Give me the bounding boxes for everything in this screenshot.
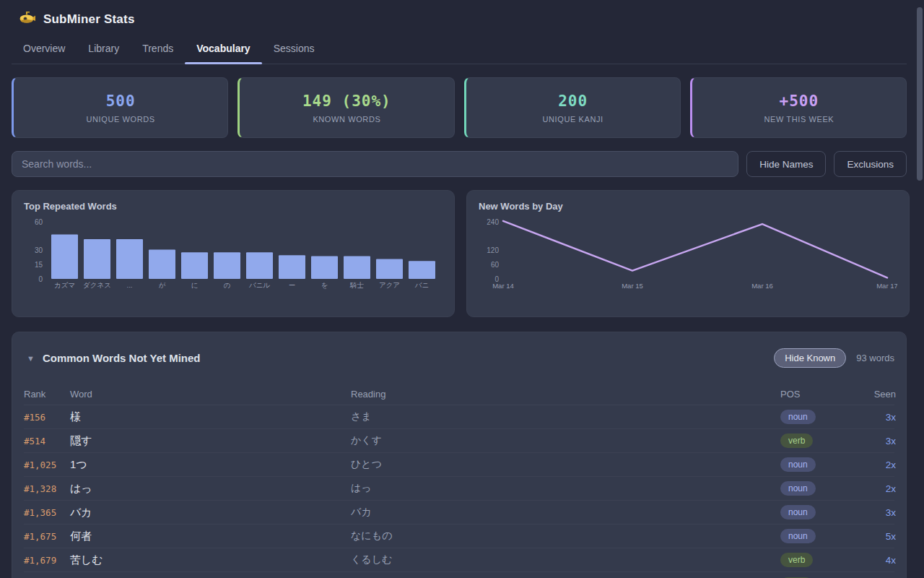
tab-overview[interactable]: Overview <box>12 35 77 64</box>
pos-cell: verb <box>780 553 850 567</box>
col-header-pos: POS <box>780 389 850 400</box>
word-cell: バカ <box>70 506 351 519</box>
svg-text:Mar 15: Mar 15 <box>622 282 643 290</box>
common-words-card: ▼ Common Words Not Yet Mined Hide Known … <box>12 332 907 578</box>
seen-cell: 2x <box>850 460 896 470</box>
stats-row: 500 UNIQUE WORDS 149 (30%) KNOWN WORDS 2… <box>12 77 907 138</box>
pos-badge: noun <box>780 481 816 496</box>
seen-cell: 3x <box>850 412 896 423</box>
tab-bar: Overview Library Trends Vocabulary Sessi… <box>12 35 907 64</box>
scrollbar-thumb[interactable] <box>917 7 923 181</box>
rank-cell: #1,365 <box>24 507 70 518</box>
line-chart-title: New Words by Day <box>479 201 897 212</box>
page-title: SubMiner Stats <box>43 12 135 27</box>
tab-sessions[interactable]: Sessions <box>262 35 326 64</box>
stat-value: 500 <box>106 92 136 110</box>
seen-cell: 2x <box>850 483 896 494</box>
table-title: Common Words Not Yet Mined <box>43 352 201 364</box>
table-row: #1,675 何者 なにもの noun 5x <box>24 525 894 548</box>
reading-cell: ひとつ <box>351 458 780 471</box>
svg-text:に: に <box>191 281 199 289</box>
svg-text:を: を <box>321 281 328 289</box>
pos-badge: noun <box>780 410 816 424</box>
word-cell: はっ <box>70 482 351 496</box>
collapse-triangle-icon[interactable]: ▼ <box>27 354 35 363</box>
stat-card: +500 NEW THIS WEEK <box>690 77 907 138</box>
tab-vocabulary[interactable]: Vocabulary <box>185 35 261 64</box>
pos-badge: verb <box>780 553 813 567</box>
stat-card: 149 (30%) KNOWN WORDS <box>237 77 454 138</box>
table-row: #1,025 1つ ひとつ noun 2x <box>24 453 894 477</box>
exclusions-button[interactable]: Exclusions <box>834 151 907 177</box>
vocabulary-page: SubMiner Stats Overview Library Trends V… <box>0 0 924 578</box>
table-header: ▼ Common Words Not Yet Mined Hide Known … <box>24 344 894 369</box>
stat-card: 500 UNIQUE WORDS <box>12 77 228 138</box>
rank-cell: #1,328 <box>24 483 70 494</box>
pos-badge: noun <box>780 505 816 519</box>
table-row: #1,679 苦しむ くるしむ verb 4x <box>24 548 894 572</box>
col-header-seen: Seen <box>850 389 896 400</box>
hide-known-button[interactable]: Hide Known <box>774 348 846 368</box>
rank-cell: #1,025 <box>24 460 70 470</box>
new-words-by-day-card: New Words by Day 240120600Mar 14Mar 15Ma… <box>466 190 910 317</box>
pos-cell: noun <box>780 410 850 424</box>
pos-cell: noun <box>780 529 850 543</box>
seen-cell: 5x <box>850 531 896 542</box>
line-chart: 240120600Mar 14Mar 15Mar 16Mar 17 <box>479 215 897 296</box>
word-cell: 何者 <box>70 530 351 543</box>
reading-cell: さま <box>351 410 780 423</box>
reading-cell: なにもの <box>351 530 780 543</box>
rank-cell: #156 <box>24 412 70 423</box>
stat-label: NEW THIS WEEK <box>764 115 834 124</box>
svg-text:15: 15 <box>35 261 43 269</box>
rank-cell: #1,679 <box>24 555 70 566</box>
column-header-row: Rank Word Reading POS Seen <box>24 384 894 405</box>
reading-cell: はっ <box>351 482 780 495</box>
table-row: #514 隠す かくす verb 3x <box>24 429 894 453</box>
word-count: 93 words <box>856 353 894 363</box>
svg-text:Mar 17: Mar 17 <box>876 282 897 290</box>
pos-badge: noun <box>780 457 816 472</box>
pos-cell: noun <box>780 505 850 519</box>
svg-text:の: の <box>224 281 231 289</box>
svg-text:0: 0 <box>38 275 43 283</box>
pos-cell: verb <box>780 434 850 448</box>
seen-cell: 3x <box>850 436 896 447</box>
word-cell: 苦しむ <box>70 553 351 567</box>
word-cell: 様 <box>70 410 351 424</box>
pos-cell: noun <box>780 481 850 496</box>
tab-trends[interactable]: Trends <box>131 35 185 64</box>
scrollbar-track <box>915 0 924 578</box>
table-row: #156 様 さま noun 3x <box>24 405 894 429</box>
col-header-word: Word <box>70 389 351 400</box>
charts-row: Top Repeated Words 6030150カズマダクネス...がにのバ… <box>12 190 907 317</box>
stat-value: 149 (30%) <box>302 92 391 110</box>
word-cell: 隠す <box>70 434 351 448</box>
pos-cell: noun <box>780 457 850 472</box>
svg-text:ー: ー <box>289 281 296 289</box>
stat-card: 200 UNIQUE KANJI <box>464 77 681 138</box>
seen-cell: 3x <box>850 507 896 518</box>
rank-cell: #1,675 <box>24 531 70 542</box>
rank-cell: #514 <box>24 436 70 447</box>
table-row: #1,365 バカ バカ noun 3x <box>24 501 894 525</box>
word-cell: 1つ <box>70 458 351 472</box>
toolbar: Hide Names Exclusions <box>12 151 907 177</box>
svg-text:バニル: バニル <box>248 281 270 289</box>
svg-text:240: 240 <box>487 218 499 226</box>
tab-label: Vocabulary <box>196 43 250 54</box>
tab-label: Trends <box>142 43 173 54</box>
search-input[interactable] <box>12 151 738 177</box>
col-header-reading: Reading <box>351 389 780 400</box>
svg-text:騎士: 騎士 <box>349 281 365 289</box>
bar-chart: 6030150カズマダクネス...がにのバニルーを騎士アクアバニ <box>24 215 443 296</box>
svg-text:60: 60 <box>491 261 500 269</box>
tab-label: Sessions <box>274 43 315 54</box>
app-header: SubMiner Stats <box>12 0 907 29</box>
svg-text:120: 120 <box>487 246 499 254</box>
svg-text:Mar 14: Mar 14 <box>492 282 514 290</box>
svg-text:が: が <box>159 281 166 289</box>
hide-names-button[interactable]: Hide Names <box>746 151 826 177</box>
bar-chart-title: Top Repeated Words <box>24 201 443 212</box>
tab-library[interactable]: Library <box>77 35 131 64</box>
